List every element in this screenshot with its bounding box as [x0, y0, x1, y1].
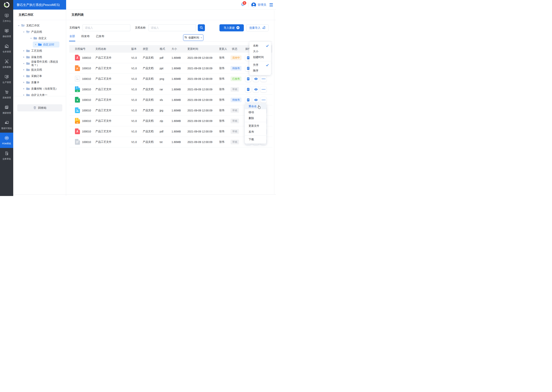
tree-item-5[interactable]: 工艺文档 [13, 48, 42, 54]
svg-text:P: P [76, 67, 78, 70]
caret-down-icon[interactable] [23, 63, 25, 64]
doc-detail-button[interactable] [245, 97, 251, 103]
table-row-9[interactable]: 100010产品工艺文件V1.0产品文档txt1.80MB2021-09-09 … [69, 137, 272, 147]
doc-detail-button[interactable] [245, 76, 251, 82]
vertical-scrollbar[interactable] [274, 11, 274, 194]
import-new-button[interactable]: 导入新建 [219, 24, 244, 31]
table-row-7[interactable]: zip100010产品工艺文件V1.0产品文档zip1.80MB2021-09-… [69, 116, 272, 126]
sidebar-item-5[interactable]: 生产管理 [0, 71, 13, 87]
cell-updated: 2021-09-09 12:00:09 [188, 109, 219, 112]
tab-2[interactable]: 待发布 [81, 35, 90, 41]
status-cell: 待发布 [230, 66, 245, 70]
table-row-3[interactable]: 100010产品工艺文件V1.0产品文档png1.80MB2021-09-09 … [69, 74, 272, 84]
cell-size: 1.80MB [172, 77, 188, 80]
doc-name-input[interactable] [149, 24, 196, 31]
status-badge: 草稿 [231, 87, 239, 91]
sidebar-item-label: 仓库管理 [2, 50, 11, 53]
svg-text:rar: rar [76, 90, 78, 92]
sidebar-item-1[interactable]: 工作中心 [0, 10, 13, 25]
cell-version: V1.0 [131, 98, 143, 101]
sidebar-item-7[interactable]: 溯源管理 [0, 102, 13, 117]
table-row-8[interactable]: 100010产品工艺文件V1.0产品文档pdf1.80MB2021-09-09 … [69, 126, 272, 137]
sort-option-降序[interactable]: 降序 [249, 68, 271, 74]
caret-right-icon[interactable] [23, 50, 25, 52]
table-row-4[interactable]: rar100010产品工艺文件V1.0产品文档rar1.80MB2021-09-… [69, 84, 272, 95]
tab-1[interactable]: 全部 [69, 35, 75, 41]
caret-down-icon[interactable] [18, 25, 20, 27]
table-row-5[interactable]: X100010产品工艺文件V1.0产品文档xls1.80MB2021-09-09… [69, 95, 272, 105]
preview-button[interactable] [253, 86, 259, 92]
caret-right-icon[interactable] [23, 88, 25, 90]
sidebar-item-3[interactable]: 仓库管理 [0, 41, 13, 56]
more-actions-button[interactable] [261, 76, 266, 82]
cell-type: 产品文档 [143, 98, 160, 102]
tree-item-4[interactable]: 自定义02 [33, 42, 59, 48]
menu-icon[interactable] [269, 3, 273, 6]
sidebar-item-8[interactable]: 数据可视化 [0, 117, 13, 133]
preview-button[interactable] [253, 97, 259, 103]
tree-item-6[interactable]: 设备文档 [13, 54, 42, 60]
tree-item-10[interactable]: 质量卡 [13, 79, 39, 85]
tab-3[interactable]: 已发布 [96, 35, 104, 41]
sort-option-升序[interactable]: 升序 [249, 62, 271, 68]
more-actions-button[interactable] [261, 86, 266, 92]
recycle-bin-label: 回收站 [38, 106, 47, 110]
avatar[interactable] [251, 2, 256, 7]
tree-item-7[interactable]: 设备零件文档（系统没有？） [13, 61, 66, 66]
tree-item-12[interactable]: 自定义大类一 [13, 92, 47, 98]
context-menu-item-移动[interactable]: 移动 [245, 109, 266, 115]
context-menu-item-重命名[interactable]: 重命名 [245, 103, 266, 109]
workcenter-icon [4, 13, 9, 19]
context-menu-item-下载[interactable]: 下载 [245, 136, 266, 142]
tree-item-8[interactable]: 批次文档 [13, 67, 42, 73]
doc-no-input[interactable] [83, 24, 130, 31]
sidebar-item-4[interactable]: 业务建模 [0, 56, 13, 71]
tree-item-11[interactable]: 质量控制（当前暂无） [13, 86, 58, 92]
sort-button[interactable]: 创建时间 [183, 35, 203, 41]
tree-item-3[interactable]: 自定义 [13, 35, 47, 41]
table-row-2[interactable]: P100010产品工艺文件V1.0产品文档ppt1.80MB2021-09-09… [69, 63, 272, 74]
sidebar-item-10[interactable]: 业务审批 [0, 148, 13, 163]
tree-item-1[interactable]: 文档工作区 [13, 23, 40, 28]
doc-detail-button[interactable] [245, 86, 251, 92]
caret-down-icon[interactable] [30, 37, 32, 39]
preview-button[interactable] [253, 76, 259, 82]
caret-right-icon[interactable] [23, 56, 25, 58]
caret-right-icon[interactable] [23, 94, 25, 96]
sidebar-item-6[interactable]: 采购管理 [0, 87, 13, 102]
tree-item-2[interactable]: 产品文档 [13, 29, 42, 35]
sort-option-名称[interactable]: 名称 [249, 43, 271, 49]
caret-right-icon[interactable] [23, 75, 25, 77]
batch-import-button[interactable]: 批量导入 [246, 24, 269, 31]
cell-type: 产品文档 [143, 67, 160, 70]
file-pdf-icon [75, 55, 82, 61]
caret-right-icon[interactable] [35, 43, 36, 46]
more-actions-button[interactable] [261, 97, 266, 103]
table-row-6[interactable]: 100010产品工艺文件V1.0产品文档jpg1.80MB2021-09-09 … [69, 105, 272, 116]
svg-text:zip: zip [76, 122, 79, 123]
sort-option-创建时间[interactable]: 创建时间 [249, 54, 271, 60]
sidebar-item-9[interactable]: PDMPDM系统 [0, 133, 13, 148]
search-button[interactable] [198, 24, 205, 31]
col-header-6: 大小 [172, 47, 188, 51]
recycle-bin-button[interactable]: 回收站 [17, 104, 62, 112]
sort-option-label: 名称 [253, 44, 258, 48]
caret-down-icon[interactable] [23, 31, 25, 33]
sort-option-大小[interactable]: 大小 [249, 49, 271, 54]
sidebar-item-2[interactable]: 基础管理 [0, 25, 13, 41]
status-badge: 草稿 [231, 119, 239, 123]
context-menu-item-发布[interactable]: 发布 [245, 129, 266, 135]
context-menu-item-删除[interactable]: 删除 [245, 115, 266, 121]
app-logo[interactable] [0, 0, 13, 10]
doc-name-label: 文档名称 [135, 26, 146, 29]
cell-updated: 2021-09-09 12:00:09 [188, 130, 219, 133]
caret-right-icon[interactable] [23, 81, 25, 84]
table-row-1[interactable]: 100010产品工艺文件V1.0产品文档pdf1.80MB2021-09-09 … [69, 53, 272, 63]
user-name[interactable]: 管理员 [258, 3, 266, 7]
tree-item-9[interactable]: 采购订单 [13, 73, 42, 79]
context-menu-item-更新文件[interactable]: 更新文件 [245, 123, 266, 129]
doc-no-label: 文档编号 [69, 26, 80, 29]
caret-right-icon[interactable] [23, 69, 25, 71]
notification-bell-button[interactable]: 9 [240, 2, 245, 7]
cell-doc-name: 产品工艺文件 [95, 119, 131, 123]
